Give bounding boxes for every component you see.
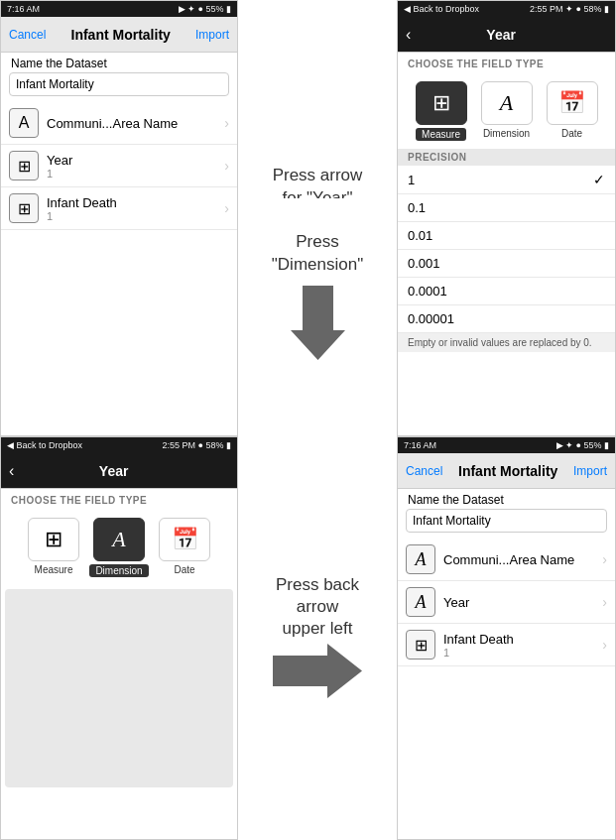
top-left-panel: 7:16 AM ▶ ✦ ● 55% ▮ Cancel Infant Mortal… — [0, 0, 238, 436]
tl-infant-name: Infant Death — [47, 195, 224, 210]
tl-year-text: Year 1 — [47, 153, 224, 180]
bl-dimension-btn[interactable]: A Dimension — [89, 518, 149, 577]
tl-import-button[interactable]: Import — [195, 28, 229, 42]
bl-dimension-icon: A — [93, 518, 145, 561]
top-left-nav: Cancel Infant Mortality Import — [1, 17, 237, 53]
bl-field-type-row: ⊞ Measure A Dimension 📅 Date — [1, 510, 237, 585]
bl-measure-label: Measure — [35, 564, 73, 575]
tl-status-icons: ▶ ✦ ● 55% ▮ — [179, 4, 231, 14]
bottom-right-panel: 7:16 AM ▶ ✦ ● 55% ▮ Cancel Infant Mortal… — [397, 436, 616, 840]
br-year-icon: A — [406, 587, 435, 617]
br-infant-chevron: › — [602, 637, 607, 653]
tr-measure-btn[interactable]: ⊞ Measure — [412, 81, 471, 141]
br-status-icons: ▶ ✦ ● 55% ▮ — [556, 440, 609, 450]
tl-community-chevron: › — [224, 115, 229, 131]
tr-dimension-btn[interactable]: A Dimension — [477, 81, 537, 141]
tr-nav: ‹ Year — [398, 17, 615, 53]
tl-cancel-button[interactable]: Cancel — [9, 28, 46, 42]
br-cancel-button[interactable]: Cancel — [406, 464, 442, 478]
tr-measure-icon: ⊞ — [416, 81, 467, 125]
bl-status-right: 2:55 PM ● 58% ▮ — [163, 440, 231, 450]
br-infant-text: Infant Death 1 — [443, 632, 602, 659]
bl-date-icon: 📅 — [159, 518, 210, 561]
br-year-text: Year — [443, 595, 602, 610]
tr-dimension-label: Dimension — [483, 128, 530, 139]
tl-year-sub: 1 — [47, 168, 224, 180]
br-community-icon: A — [406, 544, 435, 574]
br-dataset-label: Name the Dataset — [398, 489, 615, 509]
bl-empty-area — [5, 589, 233, 787]
tl-infant-icon: ⊞ — [9, 193, 39, 223]
top-left-status-bar: 7:16 AM ▶ ✦ ● 55% ▮ — [1, 1, 237, 17]
bl-content: CHOOSE THE FIELD TYPE ⊞ Measure A Dimens… — [1, 489, 237, 839]
tr-date-btn[interactable]: 📅 Date — [543, 81, 602, 141]
tl-dataset-label: Name the Dataset — [1, 53, 237, 72]
br-community-chevron: › — [602, 551, 607, 567]
tr-precision-0001[interactable]: 0.001 — [398, 250, 615, 278]
bl-back-arrow[interactable]: ‹ — [9, 462, 14, 480]
br-status-time: 7:16 AM — [404, 440, 436, 450]
br-infant-icon: ⊞ — [406, 630, 435, 660]
br-dataset-input[interactable] — [406, 509, 607, 533]
bottom-left-panel: ◀ Back to Dropbox 2:55 PM ● 58% ▮ ‹ Year… — [0, 436, 238, 840]
tl-field-community[interactable]: A Communi...Area Name › — [1, 102, 237, 145]
tr-nav-title: Year — [415, 27, 587, 43]
br-infant-sub: 1 — [443, 647, 602, 659]
bl-measure-btn[interactable]: ⊞ Measure — [24, 518, 83, 577]
br-year-chevron: › — [602, 594, 607, 610]
bl-date-label: Date — [174, 564, 194, 575]
tr-field-type-row: ⊞ Measure A Dimension 📅 Date — [398, 73, 615, 149]
br-community-text: Communi...Area Name — [443, 552, 602, 567]
top-right-panel: ◀ Back to Dropbox 2:55 PM ✦ ● 58% ▮ ‹ Ye… — [397, 0, 616, 436]
tr-date-label: Date — [561, 128, 582, 139]
tl-year-icon: ⊞ — [9, 151, 39, 180]
br-field-infant[interactable]: ⊞ Infant Death 1 › — [398, 624, 615, 666]
br-nav-title: Infant Mortality — [442, 463, 573, 479]
middle-annotation: Press "Dimension" — [238, 198, 397, 397]
bottom-row: ◀ Back to Dropbox 2:55 PM ● 58% ▮ ‹ Year… — [0, 436, 616, 840]
tl-infant-sub: 1 — [47, 210, 224, 222]
tl-field-year[interactable]: ⊞ Year 1 › — [1, 145, 237, 187]
tr-field-type-section: CHOOSE THE FIELD TYPE — [398, 53, 615, 73]
tr-precision-01[interactable]: 0.1 — [398, 194, 615, 222]
tr-measure-label: Measure — [416, 128, 466, 141]
br-import-button[interactable]: Import — [573, 464, 607, 478]
tl-year-name: Year — [47, 153, 224, 168]
tr-precision-1[interactable]: 1 ✓ — [398, 166, 615, 194]
tr-back-to-dropbox: ◀ Back to Dropbox — [404, 4, 479, 14]
tr-status-bar: ◀ Back to Dropbox 2:55 PM ✦ ● 58% ▮ — [398, 1, 615, 17]
br-year-name: Year — [443, 595, 602, 610]
bottom-annotation-col: Press back arrow upper left — [238, 436, 397, 840]
tl-infant-chevron: › — [224, 200, 229, 216]
tl-dataset-input[interactable] — [9, 72, 229, 96]
bl-measure-icon: ⊞ — [28, 518, 79, 561]
br-field-year[interactable]: A Year › — [398, 581, 615, 624]
bottom-annotation: Press back arrow upper left — [273, 574, 362, 702]
svg-marker-1 — [273, 644, 362, 698]
tr-precision-000001[interactable]: 0.00001 — [398, 305, 615, 333]
tr-precision-note: Empty or invalid values are replaced by … — [398, 333, 615, 352]
bottom-annotation-text: Press back arrow upper left — [276, 574, 359, 640]
tr-precision-header: PRECISION — [398, 149, 615, 166]
tl-year-chevron[interactable]: › — [224, 158, 229, 174]
tl-field-infant[interactable]: ⊞ Infant Death 1 › — [1, 187, 237, 230]
tl-status-time: 7:16 AM — [7, 4, 40, 14]
tr-precision-00001[interactable]: 0.0001 — [398, 278, 615, 305]
middle-down-arrow — [291, 286, 345, 364]
middle-annotation-text: Press "Dimension" — [272, 231, 363, 275]
tr-back-arrow[interactable]: ‹ — [406, 26, 411, 44]
tl-community-icon: A — [9, 108, 39, 138]
bl-field-type-section: CHOOSE THE FIELD TYPE — [1, 489, 237, 510]
br-field-community[interactable]: A Communi...Area Name › — [398, 539, 615, 581]
tl-nav-title: Infant Mortality — [46, 27, 195, 43]
br-content: Name the Dataset A Communi...Area Name ›… — [398, 489, 615, 839]
tl-community-text: Communi...Area Name — [47, 116, 224, 131]
br-community-name: Communi...Area Name — [443, 552, 602, 567]
bl-status-bar: ◀ Back to Dropbox 2:55 PM ● 58% ▮ — [1, 437, 237, 453]
bl-nav: ‹ Year — [1, 453, 237, 489]
tr-precision-001[interactable]: 0.01 — [398, 222, 615, 250]
tr-dimension-icon: A — [481, 81, 533, 125]
tr-content: CHOOSE THE FIELD TYPE ⊞ Measure A Dimens… — [398, 53, 615, 435]
tr-date-icon: 📅 — [547, 81, 598, 125]
bl-date-btn[interactable]: 📅 Date — [155, 518, 214, 577]
